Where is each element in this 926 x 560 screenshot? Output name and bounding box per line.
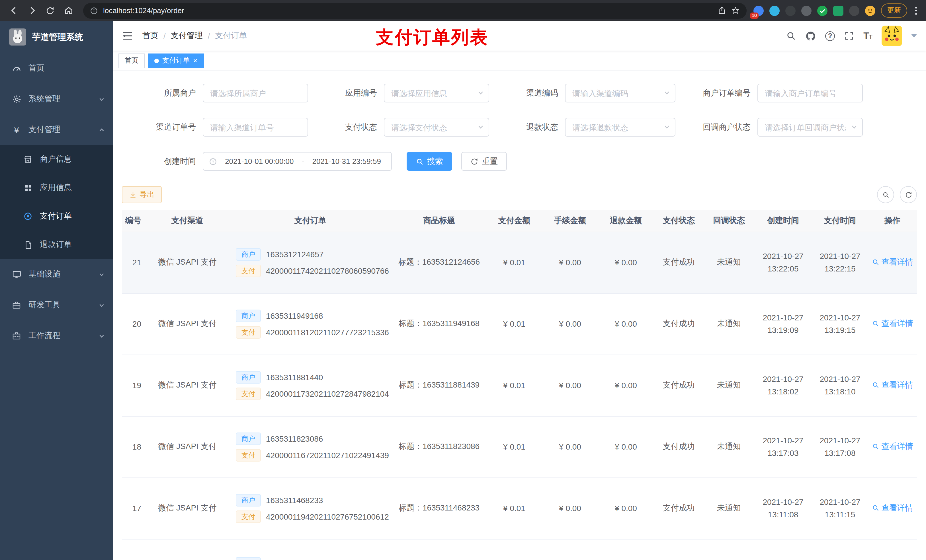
tab-home[interactable]: 首页 (118, 53, 145, 68)
date-range-picker[interactable]: 2021-10-01 00:00:00 - 2021-10-31 23:59:5… (203, 152, 392, 171)
order-pay-time: 2021-10-27 13:19:15 (812, 293, 868, 355)
date-start[interactable]: 2021-10-01 00:00:00 (220, 157, 298, 166)
channel-code-select[interactable] (565, 84, 675, 103)
export-button[interactable]: 导出 (122, 186, 162, 203)
sidebar-item-app-info[interactable]: 应用信息 (0, 174, 113, 202)
view-detail-link[interactable]: 查看详情 (872, 380, 913, 390)
chevron-down-icon (98, 96, 105, 102)
merchant-tag: 商户 (236, 557, 261, 560)
order-fee: ¥ 0.00 (542, 355, 598, 416)
sidebar-item-merchant-info[interactable]: 商户信息 (0, 145, 113, 174)
reload-icon[interactable] (42, 3, 58, 18)
date-end[interactable]: 2021-10-31 23:59:59 (307, 157, 386, 166)
tab-pay-order[interactable]: 支付订单 × (148, 53, 204, 68)
gear-icon (11, 94, 22, 104)
sidebar-item-system[interactable]: 系统管理 (0, 84, 113, 115)
app-select[interactable] (384, 84, 489, 103)
sidebar-item-infrastructure[interactable]: 基础设施 (0, 259, 113, 290)
extension-icon[interactable] (801, 5, 811, 16)
browser-chrome: localhost:1024/pay/order 10 更新 (0, 0, 926, 21)
view-detail-label: 查看详情 (881, 380, 913, 390)
order-amount: ¥ 0.01 (486, 355, 542, 416)
toolbox-icon (11, 300, 22, 310)
sidebar-item-refund-order[interactable]: 退款订单 (0, 231, 113, 259)
extension-icon[interactable] (817, 5, 828, 16)
sidebar-item-pay-order[interactable]: 支付订单 (0, 202, 113, 231)
font-size-icon[interactable]: TT (863, 31, 873, 41)
table-row: 20 微信 JSAPI 支付 商户 1635311949168 支付 42000… (122, 293, 917, 355)
toggle-search-button[interactable] (877, 186, 894, 203)
breadcrumb-current: 支付订单 (215, 31, 247, 41)
url-text[interactable]: localhost:1024/pay/order (103, 6, 713, 15)
sidebar-item-dev-tools[interactable]: 研发工具 (0, 290, 113, 320)
view-detail-link[interactable]: 查看详情 (872, 257, 913, 267)
extension-icon[interactable] (833, 5, 843, 16)
profile-avatar-icon[interactable] (865, 5, 875, 16)
browser-menu-icon[interactable] (913, 6, 919, 15)
reset-button[interactable]: 重置 (461, 152, 507, 171)
fullscreen-icon[interactable] (844, 31, 854, 41)
pay-order-no: 4200001173202110272847982104 (266, 389, 389, 398)
merchant-input[interactable] (203, 84, 308, 103)
search-button[interactable]: 搜索 (407, 152, 452, 171)
caret-down-icon[interactable] (911, 34, 917, 38)
order-status (654, 539, 704, 560)
order-title: 标题：1635311468233 (392, 477, 486, 539)
notify-status-select[interactable] (757, 118, 863, 137)
breadcrumb-payment[interactable]: 支付管理 (171, 31, 203, 41)
sidebar-item-label: 系统管理 (29, 94, 61, 104)
refresh-button[interactable] (900, 186, 917, 203)
view-detail-link[interactable]: 查看详情 (872, 503, 913, 513)
channel-order-no-input[interactable] (203, 118, 308, 137)
github-icon[interactable] (805, 30, 816, 41)
merchant-order-line: 商户 1635311949168 (236, 309, 388, 322)
view-detail-label: 查看详情 (881, 442, 913, 452)
star-icon[interactable] (731, 6, 740, 15)
home-icon[interactable] (61, 3, 76, 18)
avatar[interactable] (882, 26, 902, 46)
filter-row: 渠道订单号 支付状态 退款状态 回调商户状态 (122, 118, 917, 137)
close-icon[interactable]: × (193, 57, 197, 64)
extension-icon[interactable] (769, 5, 780, 16)
filter-label: 支付状态 (312, 122, 384, 132)
browser-update-button[interactable]: 更新 (881, 3, 907, 18)
chevron-down-icon (98, 333, 105, 339)
page-annotation: 支付订单列表 (376, 26, 489, 50)
order-status: 支付成功 (654, 416, 704, 477)
info-icon[interactable] (90, 6, 98, 15)
order-numbers: 商户 1635312124657 支付 42000011742021102780… (229, 232, 392, 293)
order-refund (598, 539, 654, 560)
forward-icon[interactable] (24, 3, 40, 18)
extension-icon[interactable] (785, 5, 796, 16)
order-channel: 微信 JSAPI 支付 (146, 232, 229, 293)
view-detail-link[interactable]: 查看详情 (872, 442, 913, 452)
sidebar-item-workflow[interactable]: 工作流程 (0, 320, 113, 351)
merchant-order-no: 1635312124657 (266, 249, 324, 259)
hamburger-icon[interactable] (122, 30, 133, 42)
pay-status-select[interactable] (384, 118, 489, 137)
sidebar-item-home[interactable]: 首页 (0, 53, 113, 84)
url-bar[interactable]: localhost:1024/pay/order (83, 3, 747, 18)
filter-pay-status: 支付状态 (312, 118, 489, 137)
order-fee: ¥ 0.00 (542, 416, 598, 477)
search-icon[interactable] (786, 31, 796, 41)
filter-row: 所属商户 应用编号 渠道编码 商户订单编号 (122, 84, 917, 103)
share-icon[interactable] (717, 6, 726, 15)
merchant-order-no: 163531185786 (266, 558, 319, 560)
tags-view-bar: 首页 支付订单 × (113, 51, 926, 71)
refund-status-select[interactable] (565, 118, 675, 137)
extension-icon[interactable]: 10 (754, 5, 764, 16)
search-button-label: 搜索 (427, 156, 443, 166)
extension-icon[interactable] (849, 5, 859, 16)
breadcrumb-separator: / (208, 31, 210, 41)
dashboard-icon (11, 63, 22, 73)
merchant-order-no-input[interactable] (757, 84, 863, 103)
merchant-tag: 商户 (236, 432, 261, 445)
sidebar-item-payment[interactable]: ¥ 支付管理 (0, 115, 113, 145)
topbar-actions: ? TT (786, 26, 917, 46)
breadcrumb-home[interactable]: 首页 (142, 31, 158, 41)
sidebar-item-label: 商户信息 (40, 154, 72, 165)
back-icon[interactable] (6, 3, 22, 18)
help-icon[interactable]: ? (825, 31, 835, 41)
view-detail-link[interactable]: 查看详情 (872, 319, 913, 329)
